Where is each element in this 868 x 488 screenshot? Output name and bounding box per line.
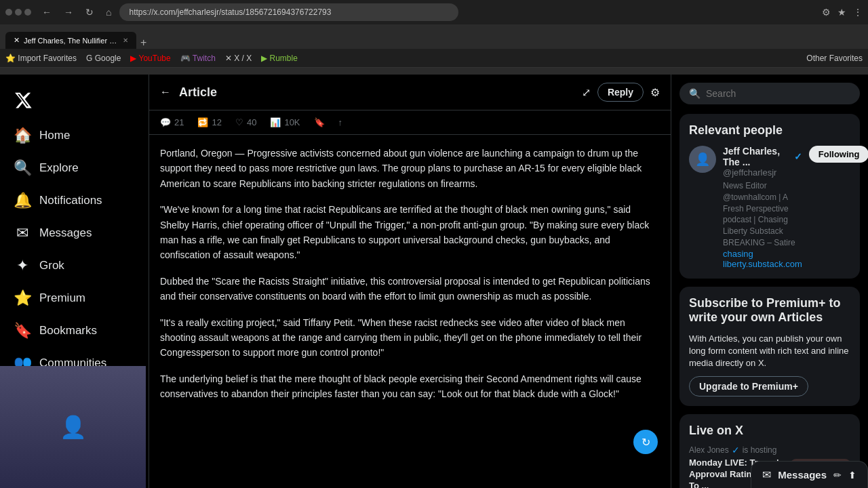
follow-button[interactable]: Following: [809, 146, 868, 163]
sidebar-item-notifications-label: Notifications: [39, 194, 102, 207]
verified-badge: ✓: [794, 151, 802, 162]
close-tab-button[interactable]: ✕: [123, 37, 128, 44]
sidebar-item-notifications[interactable]: 🔔 Notifications: [5, 185, 143, 216]
live-host-1-name: Alex Jones: [689, 445, 729, 455]
browser-dot-1: [5, 9, 12, 16]
refresh-float-button[interactable]: ↻: [633, 430, 658, 454]
relevant-people-widget: Relevant people 👤 Jeff Charles, The ... …: [679, 114, 860, 279]
search-bar[interactable]: 🔍: [679, 83, 860, 104]
refresh-button[interactable]: ↻: [81, 4, 98, 20]
bookmark-rumble[interactable]: ▶ Rumble: [261, 54, 298, 63]
premium-title: Subscribe to Premium+ to write your own …: [689, 296, 850, 325]
sidebar-item-grok-label: Grok: [39, 259, 64, 272]
upgrade-button[interactable]: Upgrade to Premium+: [689, 376, 808, 396]
messages-bar-label: Messages: [778, 469, 827, 481]
browser-dots: [5, 9, 31, 16]
messages-compose-icon[interactable]: ✏: [833, 470, 842, 481]
article-paragraph-4: "It's a really exciting project," said T…: [160, 315, 660, 361]
article-paragraph-2: "We've known for a long time that racist…: [160, 202, 660, 263]
views-stat[interactable]: 📊 10K: [270, 117, 300, 127]
relevant-person: 👤 Jeff Charles, The ... ✓ @jeffcharlesjr…: [689, 146, 850, 269]
settings-button[interactable]: ⚙: [650, 86, 660, 99]
messages-expand-icon[interactable]: ⬆: [848, 470, 856, 481]
other-favorites[interactable]: Other Favorites: [806, 54, 863, 63]
back-button[interactable]: ←: [38, 4, 56, 20]
live-host-1: Alex Jones ✓ is hosting: [689, 445, 791, 455]
bookmark-icon: 🔖: [314, 117, 325, 127]
tab-title: Jeff Charles, The Nullifier · on X: [24, 37, 119, 45]
video-overlay: 👤: [0, 366, 146, 488]
new-tab-button[interactable]: +: [136, 37, 151, 49]
bookmark-x[interactable]: ✕ X / X: [225, 54, 252, 63]
sidebar-item-bookmarks-label: Bookmarks: [39, 324, 97, 338]
retweet-icon: 🔁: [197, 117, 208, 127]
explore-icon: 🔍: [14, 159, 31, 177]
search-icon: 🔍: [689, 88, 701, 99]
article-header: ← Article ⤢ Reply ⚙: [149, 75, 671, 110]
comments-count: 21: [174, 117, 184, 127]
back-button[interactable]: ←: [160, 86, 171, 98]
retweets-count: 12: [212, 117, 221, 127]
sidebar-item-premium[interactable]: ⭐ Premium: [5, 283, 143, 314]
comment-icon: 💬: [160, 117, 171, 127]
article-header-right: ⤢ Reply ⚙: [582, 83, 660, 102]
messages-bar[interactable]: ✉ Messages ✏ ⬆: [751, 461, 868, 488]
tab-favicon: ✕: [14, 36, 20, 45]
sidebar-item-messages-label: Messages: [39, 226, 92, 240]
retweets-stat[interactable]: 🔁 12: [197, 117, 221, 127]
extensions-icon[interactable]: ⚙: [822, 7, 831, 18]
bookmark-stat[interactable]: 🔖: [314, 117, 325, 127]
verified-1: ✓: [732, 445, 740, 455]
messages-bar-icon: ✉: [762, 468, 771, 481]
relevant-people-title: Relevant people: [689, 123, 850, 138]
bookmarks-icon: 🔖: [14, 322, 31, 340]
sidebar-item-bookmarks[interactable]: 🔖 Bookmarks: [5, 315, 143, 346]
article-stats: 💬 21 🔁 12 ♡ 40 📊 10K 🔖 ↑: [149, 110, 671, 135]
sidebar-item-premium-label: Premium: [39, 291, 85, 305]
reply-button[interactable]: Reply: [597, 83, 644, 102]
messages-icon: ✉: [14, 224, 31, 242]
person-bio: News Editor @townhallcom | A Fresh Persp…: [723, 180, 802, 249]
sidebar-item-explore[interactable]: 🔍 Explore: [5, 152, 143, 184]
sidebar-item-grok[interactable]: ✦ Grok: [5, 250, 143, 281]
search-input[interactable]: [706, 88, 850, 99]
likes-stat[interactable]: ♡ 40: [235, 117, 256, 127]
person-info: Jeff Charles, The ... ✓ @jeffcharlesjr N…: [723, 146, 802, 269]
sidebar-item-home[interactable]: 🏠 Home: [5, 120, 143, 151]
comments-stat[interactable]: 💬 21: [160, 117, 184, 127]
address-bar[interactable]: [119, 3, 458, 21]
person-link[interactable]: chasing liberty.substack.com: [723, 249, 802, 269]
bookmark-import-favorites[interactable]: ⭐ Import Favorites: [5, 54, 77, 63]
person-handle: @jeffcharlesjr: [723, 167, 802, 178]
sidebar-item-messages[interactable]: ✉ Messages: [5, 218, 143, 249]
article-header-left: ← Article: [160, 85, 217, 100]
views-count: 10K: [284, 117, 300, 127]
notifications-icon: 🔔: [14, 192, 31, 209]
premium-icon: ⭐: [14, 289, 31, 307]
sidebar-item-home-label: Home: [39, 129, 70, 142]
live-title: Live on X: [689, 424, 850, 438]
likes-count: 40: [247, 117, 256, 127]
views-icon: 📊: [270, 117, 281, 127]
article-panel: ← Article ⤢ Reply ⚙ 💬 21 🔁 12 ♡ 40: [149, 75, 671, 488]
forward-button[interactable]: →: [60, 4, 77, 20]
right-sidebar: 🔍 Relevant people 👤 Jeff Charles, The ..…: [671, 75, 868, 488]
heart-icon: ♡: [235, 117, 243, 127]
share-stat[interactable]: ↑: [338, 117, 343, 127]
bookmark-google[interactable]: G Google: [86, 54, 121, 63]
article-paragraph-1: Portland, Oregon — Progressive activists…: [160, 146, 660, 191]
bookmark-youtube[interactable]: ▶ YouTube: [130, 54, 170, 63]
expand-button[interactable]: ⤢: [582, 86, 591, 99]
menu-icon[interactable]: ⋮: [853, 7, 863, 18]
browser-chrome: ← → ↻ ⌂ ⚙ ★ ⋮ ✕ Jeff Charles, The Nullif…: [0, 0, 868, 75]
active-tab[interactable]: ✕ Jeff Charles, The Nullifier · on X ✕: [5, 32, 136, 49]
home-icon: 🏠: [14, 127, 31, 144]
bookmark-twitch[interactable]: 🎮 Twitch: [180, 54, 216, 63]
star-icon[interactable]: ★: [837, 7, 846, 18]
share-icon: ↑: [338, 117, 343, 127]
home-button[interactable]: ⌂: [102, 4, 115, 20]
browser-dot-2: [15, 9, 22, 16]
browser-tab-bar: ✕ Jeff Charles, The Nullifier · on X ✕ +: [0, 24, 868, 49]
sidebar-item-explore-label: Explore: [39, 161, 79, 175]
sidebar-logo[interactable]: [5, 85, 143, 117]
